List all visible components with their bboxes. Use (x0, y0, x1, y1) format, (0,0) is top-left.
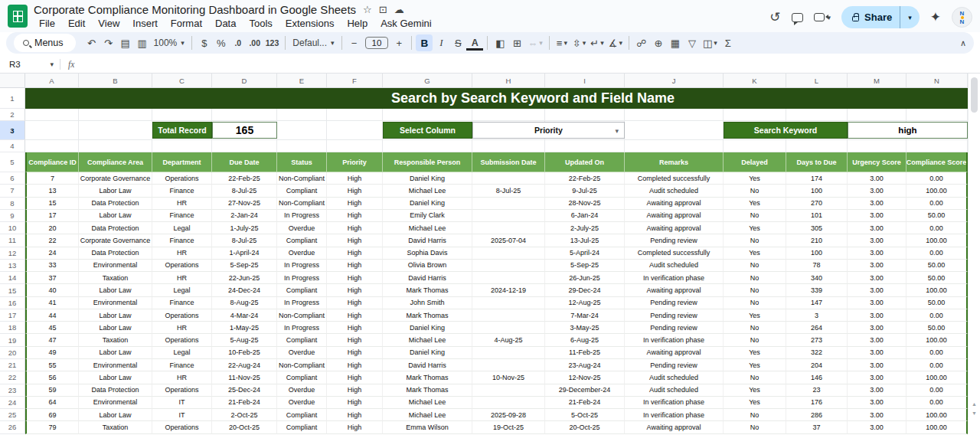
cell[interactable]: High (327, 359, 383, 371)
cell[interactable]: Compliant (277, 371, 327, 384)
cell[interactable]: Environmental (79, 397, 152, 409)
cell[interactable]: 100.00 (906, 334, 968, 346)
menu-view[interactable]: View (93, 17, 125, 30)
cell[interactable]: Yes (724, 347, 786, 359)
cell[interactable]: 13 (25, 185, 79, 197)
cell[interactable]: In Progress (277, 272, 327, 284)
cell[interactable]: Labor Law (79, 371, 152, 384)
table-header-cell[interactable]: Department (152, 152, 212, 172)
cell[interactable]: HR (152, 247, 212, 260)
increase-font-size-icon[interactable]: + (390, 34, 407, 51)
cell[interactable]: 22-Feb-25 (545, 172, 625, 185)
cell[interactable]: High (327, 334, 383, 346)
cell[interactable]: 1-April-24 (212, 247, 277, 260)
cell[interactable]: 12-Nov-25 (545, 371, 625, 384)
cell[interactable]: Non-Compliant (277, 309, 327, 322)
cell[interactable]: 3.00 (848, 260, 906, 272)
cell[interactable]: Taxation (79, 272, 152, 284)
cell[interactable]: 23-Aug-24 (545, 359, 625, 371)
cell[interactable]: High (327, 297, 383, 309)
video-call-button[interactable]: ▾ (814, 13, 831, 21)
cell[interactable]: Yes (724, 359, 786, 371)
cell[interactable]: 0.00 (906, 347, 968, 359)
cell[interactable]: Non-Compliant (277, 359, 327, 371)
cell[interactable] (786, 140, 848, 152)
cell[interactable]: Awaiting approval (625, 284, 724, 296)
insert-link-icon[interactable]: ☍ (633, 34, 650, 51)
undo-icon[interactable]: ↶ (83, 34, 100, 51)
cell[interactable]: Operations (152, 384, 212, 397)
cell[interactable]: Legal (152, 222, 212, 234)
cell[interactable]: Yes (724, 247, 786, 260)
cell[interactable]: Corporate Governance (79, 172, 152, 185)
cell[interactable] (472, 140, 545, 152)
column-header-K[interactable]: K (724, 74, 786, 87)
cell[interactable]: 22 (25, 234, 79, 247)
cell[interactable]: 19-Oct-25 (472, 421, 545, 433)
cell[interactable]: Corporate Governance (79, 234, 152, 247)
cell[interactable]: 50.00 (906, 210, 968, 222)
cell[interactable]: 100.00 (906, 284, 968, 296)
cell[interactable] (545, 109, 625, 121)
cell[interactable]: 23 (786, 384, 848, 397)
menu-tools[interactable]: Tools (243, 17, 277, 30)
column-header-J[interactable]: J (625, 74, 724, 87)
cell[interactable]: 3.00 (848, 347, 906, 359)
column-header-I[interactable]: I (545, 74, 625, 87)
cell[interactable]: High (327, 198, 383, 210)
cell[interactable] (25, 121, 79, 140)
cell[interactable]: Michael Lee (383, 409, 472, 421)
table-header-cell[interactable]: Due Date (212, 152, 277, 172)
cell[interactable]: 5-April-24 (545, 247, 625, 260)
row-header-22[interactable]: 22 (0, 371, 25, 384)
cell[interactable] (472, 359, 545, 371)
cell[interactable]: High (327, 309, 383, 322)
cell[interactable]: Awaiting approval (625, 347, 724, 359)
cell[interactable]: 50.00 (906, 272, 968, 284)
row-header-19[interactable]: 19 (0, 334, 25, 346)
cell[interactable]: 0.00 (906, 172, 968, 185)
row-header-25[interactable]: 25 (0, 409, 25, 421)
row-header-13[interactable]: 13 (0, 260, 25, 272)
cell[interactable]: 3.00 (848, 297, 906, 309)
cell[interactable]: 5-Sep-25 (545, 260, 625, 272)
cell[interactable]: 29-December-24 (545, 384, 625, 397)
menu-data[interactable]: Data (210, 17, 241, 30)
cell[interactable]: In verification phase (625, 272, 724, 284)
column-header-E[interactable]: E (277, 74, 327, 87)
cell[interactable]: Finance (152, 234, 212, 247)
cell[interactable] (472, 309, 545, 322)
cell[interactable]: Pending review (625, 322, 724, 334)
column-header-D[interactable]: D (212, 74, 277, 87)
cell[interactable]: 22-Aug-24 (212, 359, 277, 371)
cell[interactable]: 45 (25, 322, 79, 334)
currency-format-icon[interactable]: $ (196, 34, 213, 51)
table-header-cell[interactable]: Responsible Person (383, 152, 472, 172)
cell[interactable]: Emma Wilson (383, 421, 472, 433)
cell[interactable]: 20-Oct-25 (545, 421, 625, 433)
cell[interactable]: High (327, 247, 383, 260)
cell[interactable]: 3.00 (848, 247, 906, 260)
cell[interactable]: Yes (724, 198, 786, 210)
decrease-decimal-icon[interactable]: .0 (230, 34, 247, 51)
cell[interactable]: No (724, 297, 786, 309)
cell[interactable] (472, 222, 545, 234)
cell[interactable]: Michael Lee (383, 185, 472, 197)
cell[interactable]: 2025-09-28 (472, 409, 545, 421)
gemini-icon[interactable]: ✦ (930, 9, 941, 25)
cell[interactable]: 28-Nov-25 (545, 198, 625, 210)
cell[interactable] (472, 347, 545, 359)
cell[interactable] (724, 140, 786, 152)
cell[interactable]: 3.00 (848, 284, 906, 296)
row-header-7[interactable]: 7 (0, 185, 25, 197)
increase-decimal-icon[interactable]: .00 (247, 34, 263, 51)
cell[interactable]: Yes (724, 172, 786, 185)
cell[interactable]: 4-Aug-25 (472, 334, 545, 346)
cell[interactable]: 11-Feb-25 (545, 347, 625, 359)
cell[interactable]: 5-Aug-25 (212, 334, 277, 346)
cell[interactable]: 13-Jul-25 (545, 234, 625, 247)
cell[interactable]: 3.00 (848, 272, 906, 284)
cell[interactable]: 59 (25, 384, 79, 397)
row-header-9[interactable]: 9 (0, 210, 25, 222)
cell[interactable]: 147 (786, 297, 848, 309)
